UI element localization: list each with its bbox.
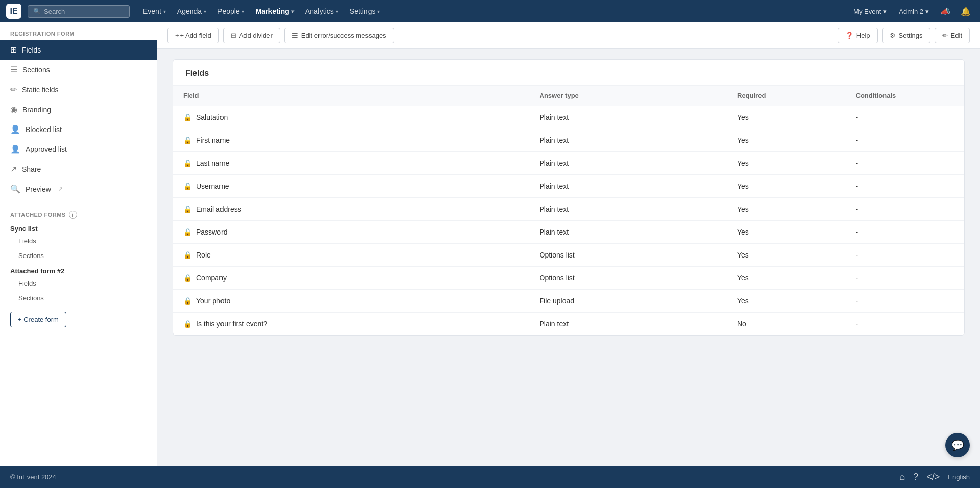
field-name: Company: [196, 274, 227, 282]
table-row[interactable]: 🔒 Is this your first event? Plain text N…: [173, 313, 964, 336]
table-row[interactable]: 🔒 Username Plain text Yes -: [173, 175, 964, 198]
help-button[interactable]: ❓ Help: [838, 28, 878, 43]
list-icon: ☰: [292, 32, 298, 39]
home-icon[interactable]: ⌂: [899, 472, 905, 482]
required-cell: Yes: [727, 129, 846, 152]
lock-icon: 🔒: [183, 251, 192, 259]
table-row[interactable]: 🔒 First name Plain text Yes -: [173, 129, 964, 152]
settings-button[interactable]: ⚙ Settings: [882, 28, 930, 43]
field-name: Role: [196, 251, 211, 259]
attached-form-2-title: Attached form #2: [0, 263, 157, 276]
help-icon: ❓: [845, 32, 853, 39]
sidebar-item-static-fields[interactable]: ✏ Static fields: [0, 80, 157, 99]
divider-icon: ⊟: [231, 32, 236, 39]
chevron-down-icon: ▾: [291, 9, 294, 14]
field-name-cell: 🔒 Is this your first event?: [173, 313, 529, 336]
create-form-button[interactable]: + Create form: [10, 312, 66, 327]
conditionals-cell: -: [846, 267, 965, 290]
nav-agenda[interactable]: Agenda ▾: [172, 4, 211, 18]
app-logo[interactable]: IE: [6, 4, 21, 19]
main-content: + + Add field ⊟ Add divider ☰ Edit error…: [157, 22, 980, 466]
field-name: First name: [196, 136, 230, 144]
bottom-bar: © InEvent 2024 ⌂ ? </> English: [0, 466, 980, 488]
attached-form-2-sections[interactable]: Sections: [0, 291, 157, 305]
fields-card: Fields Field Answer type Required Condit…: [173, 59, 965, 336]
edit-messages-button[interactable]: ☰ Edit error/success messages: [284, 28, 394, 43]
attached-form-2-fields[interactable]: Fields: [0, 276, 157, 291]
sidebar-item-fields[interactable]: ⊞ Fields: [0, 40, 157, 60]
chevron-down-icon: ▾: [925, 8, 929, 15]
col-header-conditionals: Conditionals: [846, 86, 965, 106]
nav-marketing[interactable]: Marketing ▾: [251, 4, 299, 18]
lock-icon: 🔒: [183, 228, 192, 236]
nav-people[interactable]: People ▾: [212, 4, 250, 18]
question-icon[interactable]: ?: [913, 472, 918, 482]
chat-bubble-button[interactable]: 💬: [945, 433, 970, 457]
nav-right: My Event ▾ Admin 2 ▾ 📣 🔔: [849, 3, 974, 19]
bell-icon[interactable]: 🔔: [958, 3, 974, 19]
field-name: Salutation: [196, 113, 228, 121]
sync-list-fields[interactable]: Fields: [0, 234, 157, 248]
field-name-cell: 🔒 Company: [173, 267, 529, 290]
preview-icon: 🔍: [10, 184, 20, 194]
table-area: Fields Field Answer type Required Condit…: [157, 49, 980, 466]
nav-settings[interactable]: Settings ▾: [345, 4, 385, 18]
table-row[interactable]: 🔒 Role Options list Yes -: [173, 244, 964, 267]
lock-icon: 🔒: [183, 297, 192, 305]
add-field-button[interactable]: + + Add field: [167, 28, 219, 43]
table-row[interactable]: 🔒 Salutation Plain text Yes -: [173, 106, 964, 129]
table-row[interactable]: 🔒 Email address Plain text Yes -: [173, 198, 964, 221]
conditionals-cell: -: [846, 152, 965, 175]
answer-type-cell: Plain text: [529, 221, 727, 244]
notifications-icon[interactable]: 📣: [937, 3, 953, 19]
table-row[interactable]: 🔒 Password Plain text Yes -: [173, 221, 964, 244]
settings-gear-icon: ⚙: [890, 32, 896, 39]
language-selector[interactable]: English: [948, 473, 970, 481]
add-divider-button[interactable]: ⊟ Add divider: [223, 28, 280, 43]
nav-event[interactable]: Event ▾: [138, 4, 171, 18]
lock-icon: 🔒: [183, 205, 192, 213]
nav-analytics[interactable]: Analytics ▾: [300, 4, 344, 18]
fields-table: Field Answer type Required Conditionals …: [173, 86, 964, 335]
sync-list-sections[interactable]: Sections: [0, 248, 157, 263]
answer-type-cell: File upload: [529, 290, 727, 313]
registration-form-label: REGISTRATION FORM: [0, 22, 157, 40]
my-event-menu[interactable]: My Event ▾: [849, 6, 891, 17]
sidebar-item-preview[interactable]: 🔍 Preview ↗: [0, 179, 157, 199]
admin-menu[interactable]: Admin 2 ▾: [895, 6, 933, 17]
edit-button[interactable]: ✏ Edit: [935, 28, 970, 43]
conditionals-cell: -: [846, 175, 965, 198]
field-name-cell: 🔒 Your photo: [173, 290, 529, 313]
info-icon[interactable]: i: [69, 211, 77, 219]
search-input[interactable]: [44, 8, 124, 15]
table-row[interactable]: 🔒 Your photo File upload Yes -: [173, 290, 964, 313]
toolbar: + + Add field ⊟ Add divider ☰ Edit error…: [157, 22, 980, 49]
toolbar-right: ❓ Help ⚙ Settings ✏ Edit: [838, 28, 970, 43]
sidebar-item-approved-list[interactable]: 👤 Approved list: [0, 139, 157, 159]
bottom-bar-right: ⌂ ? </> English: [899, 472, 970, 482]
fields-card-title: Fields: [173, 60, 964, 86]
search-box[interactable]: 🔍: [28, 5, 130, 18]
table-row[interactable]: 🔒 Last name Plain text Yes -: [173, 152, 964, 175]
chevron-down-icon: ▾: [204, 9, 206, 14]
conditionals-cell: -: [846, 290, 965, 313]
answer-type-cell: Options list: [529, 267, 727, 290]
sidebar-item-share[interactable]: ↗ Share: [0, 159, 157, 179]
answer-type-cell: Options list: [529, 244, 727, 267]
sidebar-item-blocked-list[interactable]: 👤 Blocked list: [0, 119, 157, 139]
sections-icon: ☰: [10, 65, 17, 74]
conditionals-cell: -: [846, 244, 965, 267]
answer-type-cell: Plain text: [529, 152, 727, 175]
required-cell: Yes: [727, 198, 846, 221]
required-cell: Yes: [727, 290, 846, 313]
code-icon[interactable]: </>: [926, 472, 940, 482]
table-row[interactable]: 🔒 Company Options list Yes -: [173, 267, 964, 290]
col-header-required: Required: [727, 86, 846, 106]
lock-icon: 🔒: [183, 136, 192, 144]
sidebar-item-sections[interactable]: ☰ Sections: [0, 60, 157, 80]
conditionals-cell: -: [846, 313, 965, 336]
sync-list-title: Sync list: [0, 221, 157, 234]
lock-icon: 🔒: [183, 320, 192, 328]
sidebar-item-branding[interactable]: ◉ Branding: [0, 99, 157, 119]
field-name-cell: 🔒 Salutation: [173, 106, 529, 129]
